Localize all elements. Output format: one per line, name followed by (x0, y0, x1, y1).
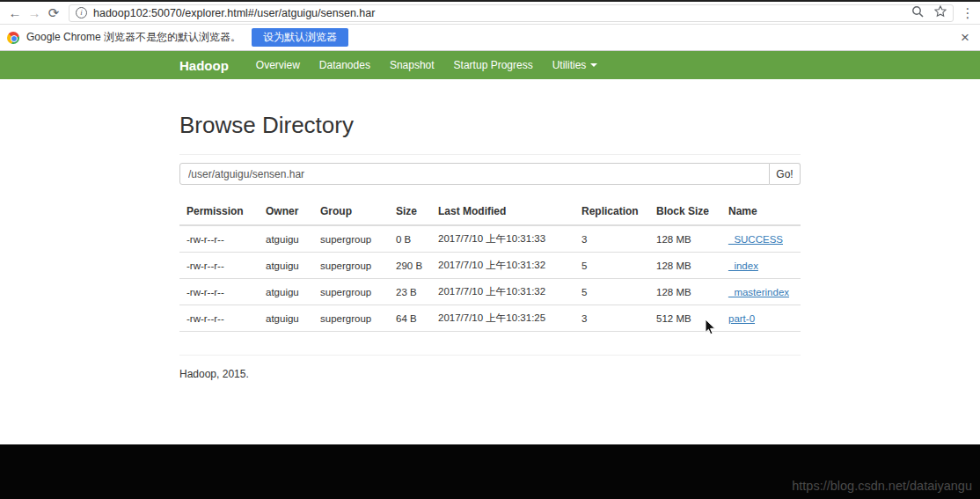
cell-permission: -rw-r--r-- (179, 279, 259, 305)
cell-owner: atguigu (259, 253, 313, 279)
cell-block-size: 128 MB (649, 279, 721, 305)
cell-modified: 2017/7/10 上午10:31:32 (431, 253, 574, 279)
col-group: Group (313, 198, 389, 225)
cell-size: 23 B (389, 279, 431, 305)
set-default-browser-button[interactable]: 设为默认浏览器 (252, 28, 348, 47)
cell-size: 64 B (389, 305, 431, 332)
page-info-icon[interactable]: i (76, 7, 87, 18)
cell-block-size: 128 MB (649, 225, 721, 253)
nav-item-datanodes[interactable]: Datanodes (310, 59, 380, 71)
nav-item-overview[interactable]: Overview (246, 59, 310, 71)
cell-modified: 2017/7/10 上午10:31:32 (431, 279, 574, 305)
cell-modified: 2017/7/10 上午10:31:25 (431, 305, 574, 332)
zoom-icon[interactable] (911, 5, 924, 21)
footer-divider (179, 355, 801, 356)
chrome-icon (7, 32, 19, 44)
watermark-text: https://blog.csdn.net/dataiyangu (792, 479, 972, 493)
browser-toolbar: ← → ⟳ i hadoop102:50070/explorer.html#/u… (0, 0, 980, 25)
col-replication: Replication (574, 198, 649, 225)
cell-replication: 3 (574, 225, 649, 253)
page-content: Browse Directory Go! Permission Owner Gr… (0, 79, 980, 444)
directory-path-input[interactable] (179, 163, 770, 185)
page-title: Browse Directory (179, 112, 801, 139)
file-listing-table: Permission Owner Group Size Last Modifie… (179, 198, 801, 332)
col-block-size: Block Size (649, 198, 721, 225)
page-header: Browse Directory (179, 112, 801, 155)
table-header-row: Permission Owner Group Size Last Modifie… (179, 198, 801, 225)
col-name: Name (721, 198, 801, 225)
col-last-modified: Last Modified (431, 198, 574, 225)
hadoop-navbar: Hadoop Overview Datanodes Snapshot Start… (0, 51, 980, 79)
bottom-black-strip: https://blog.csdn.net/dataiyangu (0, 444, 980, 499)
nav-item-utilities-label: Utilities (552, 59, 587, 71)
cell-permission: -rw-r--r-- (179, 253, 259, 279)
table-row: -rw-r--r-- atguigu supergroup 23 B 2017/… (179, 279, 801, 305)
navbar-brand[interactable]: Hadoop (179, 58, 229, 73)
address-bar[interactable]: i hadoop102:50070/explorer.html#/user/at… (69, 4, 954, 22)
cell-group: supergroup (313, 225, 389, 253)
hadoop-footer-text: Hadoop, 2015. (179, 368, 801, 380)
cell-group: supergroup (313, 305, 389, 332)
cell-owner: atguigu (259, 305, 313, 332)
nav-item-snapshot[interactable]: Snapshot (380, 59, 444, 71)
col-permission: Permission (179, 198, 259, 225)
cell-replication: 5 (574, 253, 649, 279)
notification-message: Google Chrome 浏览器不是您的默认浏览器。 (26, 30, 241, 45)
cell-modified: 2017/7/10 上午10:31:33 (431, 225, 574, 253)
cell-owner: atguigu (259, 225, 313, 253)
table-row: -rw-r--r-- atguigu supergroup 64 B 2017/… (179, 305, 801, 332)
cell-replication: 5 (574, 279, 649, 305)
cell-block-size: 128 MB (649, 253, 721, 279)
cell-group: supergroup (313, 279, 389, 305)
cell-size: 290 B (389, 253, 431, 279)
file-link[interactable]: _index (728, 261, 758, 271)
notification-close-icon[interactable]: × (957, 30, 973, 45)
cell-permission: -rw-r--r-- (179, 225, 259, 253)
col-size: Size (389, 198, 431, 225)
go-button[interactable]: Go! (770, 163, 801, 185)
file-link[interactable]: _masterindex (728, 287, 789, 297)
cell-size: 0 B (389, 225, 431, 253)
url-text[interactable]: hadoop102:50070/explorer.html#/user/atgu… (93, 7, 911, 19)
nav-item-startup-progress[interactable]: Startup Progress (444, 59, 543, 71)
cell-block-size: 512 MB (649, 305, 721, 332)
col-owner: Owner (259, 198, 313, 225)
browser-menu-icon[interactable]: ⋮ (961, 5, 975, 21)
bookmark-star-icon[interactable] (934, 5, 947, 21)
cell-permission: -rw-r--r-- (179, 305, 259, 332)
path-input-group: Go! (179, 163, 801, 185)
default-browser-notification: Google Chrome 浏览器不是您的默认浏览器。 设为默认浏览器 × (0, 25, 980, 51)
nav-item-utilities[interactable]: Utilities (543, 59, 608, 71)
table-row: -rw-r--r-- atguigu supergroup 0 B 2017/7… (179, 225, 801, 253)
table-row: -rw-r--r-- atguigu supergroup 290 B 2017… (179, 253, 801, 279)
cell-owner: atguigu (259, 279, 313, 305)
forward-button[interactable]: → (25, 5, 44, 20)
cell-replication: 3 (574, 305, 649, 332)
file-link[interactable]: part-0 (728, 313, 755, 324)
cell-group: supergroup (313, 253, 389, 279)
file-link[interactable]: _SUCCESS (728, 234, 783, 245)
chevron-down-icon (590, 63, 597, 67)
back-button[interactable]: ← (5, 5, 25, 20)
reload-button[interactable]: ⟳ (44, 5, 63, 21)
